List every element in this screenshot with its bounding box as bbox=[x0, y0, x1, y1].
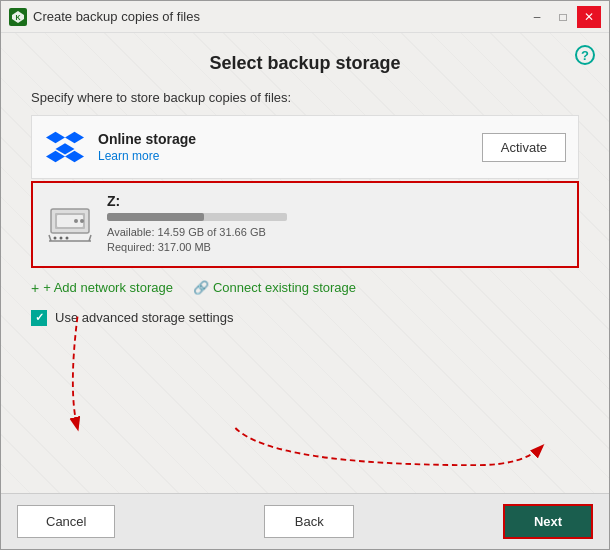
local-storage-item[interactable]: Z: Available: 14.59 GB of 31.66 GB Requi… bbox=[31, 181, 579, 268]
activate-button[interactable]: Activate bbox=[482, 133, 566, 162]
advanced-settings-row[interactable]: ✓ Use advanced storage settings bbox=[31, 310, 579, 326]
online-storage-name: Online storage bbox=[98, 131, 470, 147]
online-storage-item[interactable]: Online storage Learn more Activate bbox=[31, 115, 579, 179]
title-bar: K Create backup copies of files – □ ✕ bbox=[1, 1, 609, 33]
content-area: ? Select backup storage Specify where to… bbox=[1, 33, 609, 493]
svg-line-13 bbox=[89, 235, 91, 241]
drive-storage-info: Z: Available: 14.59 GB of 31.66 GB Requi… bbox=[107, 193, 565, 256]
connect-existing-storage-link[interactable]: 🔗 Connect existing storage bbox=[193, 280, 356, 296]
main-window: K Create backup copies of files – □ ✕ ? … bbox=[0, 0, 610, 550]
storage-actions: + + Add network storage 🔗 Connect existi… bbox=[31, 280, 579, 296]
plus-icon: + bbox=[31, 280, 39, 296]
title-controls: – □ ✕ bbox=[525, 6, 601, 28]
footer-center: Back bbox=[115, 505, 503, 538]
check-icon: ✓ bbox=[35, 312, 44, 323]
drive-stats: Available: 14.59 GB of 31.66 GB Required… bbox=[107, 225, 565, 256]
learn-more-link[interactable]: Learn more bbox=[98, 149, 470, 163]
advanced-settings-checkbox[interactable]: ✓ bbox=[31, 310, 47, 326]
back-button[interactable]: Back bbox=[264, 505, 354, 538]
drive-icon bbox=[45, 202, 95, 246]
svg-marker-3 bbox=[65, 132, 84, 143]
advanced-settings-label: Use advanced storage settings bbox=[55, 310, 234, 325]
minimize-button[interactable]: – bbox=[525, 6, 549, 28]
svg-point-15 bbox=[54, 237, 57, 240]
window-title: Create backup copies of files bbox=[33, 9, 200, 24]
maximize-button[interactable]: □ bbox=[551, 6, 575, 28]
link-icon: 🔗 bbox=[193, 280, 209, 295]
online-storage-info: Online storage Learn more bbox=[98, 131, 470, 163]
page-title: Select backup storage bbox=[31, 53, 579, 74]
dropbox-icon bbox=[44, 126, 86, 168]
svg-point-10 bbox=[80, 219, 84, 223]
svg-text:K: K bbox=[15, 14, 20, 21]
svg-rect-9 bbox=[57, 215, 83, 227]
next-button[interactable]: Next bbox=[503, 504, 593, 539]
app-icon: K bbox=[9, 8, 27, 26]
add-network-label: + Add network storage bbox=[43, 280, 173, 295]
svg-point-11 bbox=[74, 219, 78, 223]
cancel-button[interactable]: Cancel bbox=[17, 505, 115, 538]
connect-storage-label: Connect existing storage bbox=[213, 280, 356, 295]
drive-progress-fill bbox=[107, 213, 204, 221]
footer: Cancel Back Next bbox=[1, 493, 609, 549]
footer-left: Cancel bbox=[17, 505, 115, 538]
title-bar-left: K Create backup copies of files bbox=[9, 8, 200, 26]
close-button[interactable]: ✕ bbox=[577, 6, 601, 28]
subtitle: Specify where to store backup copies of … bbox=[31, 90, 579, 105]
storage-list: Online storage Learn more Activate bbox=[31, 115, 579, 268]
svg-point-16 bbox=[60, 237, 63, 240]
drive-required: Required: 317.00 MB bbox=[107, 240, 565, 255]
drive-label: Z: bbox=[107, 193, 565, 209]
drive-available: Available: 14.59 GB of 31.66 GB bbox=[107, 225, 565, 240]
footer-right: Next bbox=[503, 504, 593, 539]
svg-marker-2 bbox=[46, 132, 65, 143]
drive-progress-bar bbox=[107, 213, 287, 221]
svg-line-12 bbox=[49, 235, 51, 241]
svg-point-17 bbox=[66, 237, 69, 240]
add-network-storage-link[interactable]: + + Add network storage bbox=[31, 280, 173, 296]
